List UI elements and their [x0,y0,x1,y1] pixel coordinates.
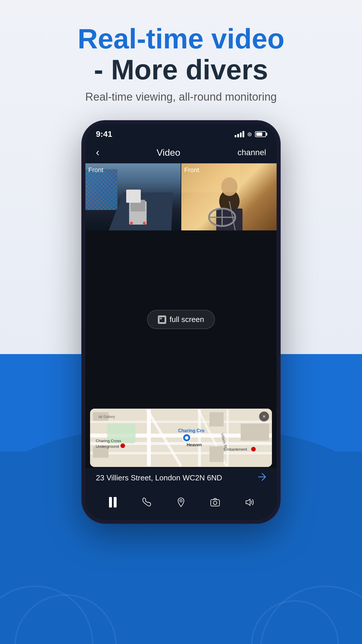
address-text: 23 Villiers Street, London WC2N 6ND [96,473,222,482]
battery-icon [255,131,266,137]
svg-rect-46 [211,500,219,506]
svg-rect-21 [147,410,151,466]
status-bar: 9:41 ⊛ [85,124,277,142]
bottom-controls [85,488,277,520]
svg-point-40 [120,444,125,448]
camera-button[interactable] [206,494,224,511]
video-section: Front [85,163,277,520]
svg-rect-6 [126,190,141,203]
svg-rect-32 [210,446,224,462]
svg-text:Heaven: Heaven [187,442,202,447]
svg-point-45 [180,500,182,502]
phone-icon [141,497,152,508]
map-background: Charing Cro Heaven Charing Cross Undergr… [90,409,272,467]
video-camera-1[interactable]: Front [85,163,181,230]
svg-rect-22 [198,410,201,466]
svg-text:Charing Cross: Charing Cross [96,439,121,443]
svg-rect-33 [241,424,269,441]
svg-rect-31 [210,412,224,426]
nav-bar: ‹ Video channel [85,142,277,163]
tire-decoration [0,556,362,644]
address-bar: 23 Villiers Street, London WC2N 6ND [85,468,277,488]
header-section: Real-time video - More divers Real-time … [78,0,284,103]
svg-rect-10 [216,209,242,230]
title-line2: - More divers [78,54,284,85]
svg-rect-24 [90,452,272,454]
map-svg: Charing Cro Heaven Charing Cross Undergr… [90,409,272,467]
svg-rect-25 [90,421,272,423]
back-button[interactable]: ‹ [96,146,99,159]
svg-text:Embankment: Embankment [224,447,247,452]
fullscreen-icon [158,316,166,324]
svg-rect-16 [159,317,165,323]
svg-rect-23 [226,410,229,466]
map-section[interactable]: Charing Cro Heaven Charing Cross Undergr… [90,409,272,467]
channel-button[interactable]: channel [238,148,266,157]
navigation-arrow-icon[interactable] [258,473,266,483]
svg-rect-17 [160,318,162,319]
svg-text:ial Gallery: ial Gallery [99,415,115,419]
volume-button[interactable] [240,494,258,511]
map-close-button[interactable]: × [259,412,269,421]
status-icons: ⊛ [235,131,266,138]
fullscreen-area: full screen [85,230,277,409]
map-close-icon: × [263,414,266,420]
location-icon [175,497,187,508]
phone-outer: 9:41 ⊛ ‹ Video ch [82,121,280,523]
pause-button[interactable] [104,494,122,511]
svg-text:Charing Cro: Charing Cro [178,428,204,433]
svg-point-5 [143,222,146,225]
svg-text:Underground: Underground [96,444,119,449]
fullscreen-svg [159,316,165,323]
subtitle: Real-time viewing, all-round monitoring [78,91,284,103]
video-camera-2[interactable]: Front [181,163,277,230]
camera1-label: Front [88,166,103,174]
wifi-icon: ⊛ [247,131,252,138]
status-time: 9:41 [96,130,112,139]
svg-point-47 [213,501,217,505]
signal-bars-icon [235,131,244,137]
svg-point-4 [130,222,133,225]
fullscreen-button[interactable]: full screen [147,310,215,329]
svg-point-35 [185,436,189,440]
video-grid: Front [85,163,277,230]
nav-title: Video [99,147,238,158]
phone-button[interactable] [138,494,156,511]
phone-inner: 9:41 ⊛ ‹ Video ch [85,124,277,520]
camera-icon [210,497,221,508]
camera2-label: Front [184,166,199,174]
phone-mockup: 9:41 ⊛ ‹ Video ch [82,121,280,523]
svg-point-42 [251,447,256,452]
location-button[interactable] [172,494,190,511]
title-line1: Real-time video [78,23,284,54]
pause-icon [109,497,117,508]
fullscreen-label: full screen [170,315,204,324]
volume-icon [244,497,255,508]
